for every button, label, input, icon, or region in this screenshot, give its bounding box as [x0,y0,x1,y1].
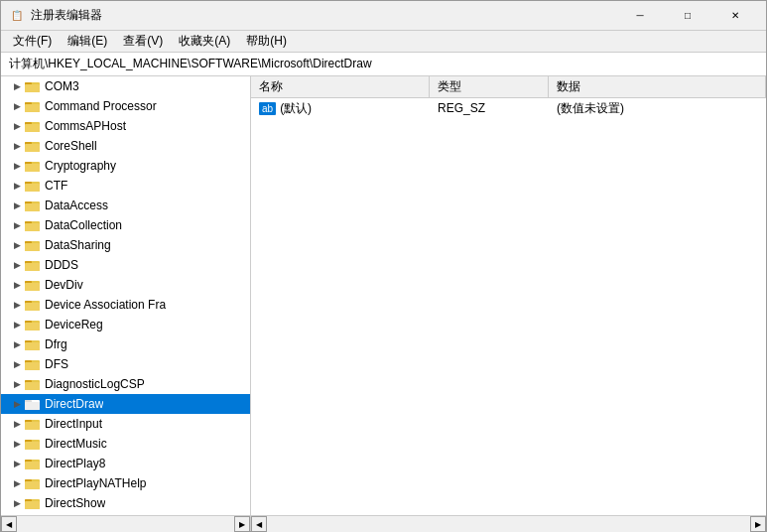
expand-arrow-icon: ▶ [9,416,25,432]
tree-item[interactable]: ▶ DirectPlay8 [1,454,250,473]
folder-icon [25,179,41,193]
tree-item[interactable]: ▶ CommsAPHost [1,116,250,136]
right-scrollbar: ◀ ▶ [251,515,766,531]
tree-item-label: COM3 [45,79,79,93]
svg-rect-53 [25,422,40,430]
maximize-button[interactable]: □ [665,1,710,31]
svg-rect-11 [25,144,40,152]
name-badge: ab [259,102,276,115]
svg-rect-32 [25,283,40,291]
scroll-track-right[interactable] [267,516,750,532]
col-header-type[interactable]: 类型 [430,76,549,97]
expand-arrow-icon: ▶ [9,257,25,273]
svg-rect-26 [25,243,40,251]
svg-rect-65 [25,501,40,509]
tree-item-label: DFS [45,357,68,371]
tree-item[interactable]: ▶ DiagnosticLogCSP [1,374,250,394]
tree-item[interactable]: ▶ Dfrg [1,334,250,354]
tree-item[interactable]: ▶ DirectPlayNATHelp [1,473,250,493]
close-button[interactable]: ✕ [712,1,758,31]
folder-icon [25,437,41,451]
cell-type: REG_SZ [430,98,549,118]
col-header-data[interactable]: 数据 [549,76,766,97]
scroll-left-btn2[interactable]: ◀ [251,516,267,532]
tree-item[interactable]: ▶ DirectShow [1,493,250,513]
folder-icon [25,139,41,153]
window-title: 注册表编辑器 [31,7,102,24]
address-text: 计算机\HKEY_LOCAL_MACHINE\SOFTWARE\Microsof… [9,56,372,72]
menu-item[interactable]: 文件(F) [5,31,60,52]
svg-rect-62 [25,481,40,489]
window-controls: ─ □ ✕ [617,1,758,31]
tree-item-label: DirectPlayNATHelp [45,476,146,490]
folder-icon [25,397,41,411]
cell-name: ab(默认) [251,98,430,118]
tree-item[interactable]: ▶ DataCollection [1,215,250,235]
tree-item-label: Cryptography [45,159,116,173]
folder-icon [25,318,41,332]
menu-item[interactable]: 查看(V) [115,31,171,52]
minimize-button[interactable]: ─ [617,1,663,31]
tree-item[interactable]: ▶ Cryptography [1,156,250,176]
svg-rect-2 [25,84,40,92]
folder-icon [25,476,41,490]
expand-arrow-icon: ▶ [9,198,25,213]
scroll-right-btn[interactable]: ▶ [234,516,250,532]
expand-arrow-icon: ▶ [9,178,25,194]
expand-arrow-icon: ▶ [9,356,25,372]
col-header-name[interactable]: 名称 [251,76,430,97]
table-row[interactable]: ab(默认)REG_SZ(数值未设置) [251,98,766,118]
tree-item[interactable]: ▶ DirectInput [1,414,250,434]
tree-item-label: DataAccess [45,199,108,212]
tree-item[interactable]: ▶ DeviceReg [1,315,250,334]
tree-item[interactable]: ▶ DFS [1,354,250,374]
expand-arrow-icon: ▶ [9,217,25,233]
tree-item-label: DirectInput [45,417,102,431]
tree-item[interactable]: ▶ DataSharing [1,235,250,255]
tree-item[interactable]: ▶ CTF [1,176,250,196]
svg-rect-47 [25,382,40,390]
tree-item-label: DirectShow [45,496,105,510]
expand-arrow-icon: ▶ [9,78,25,94]
tree-item-label: DataCollection [45,218,122,232]
folder-icon [25,238,41,252]
tree-item[interactable]: ▶ CoreShell [1,136,250,156]
svg-rect-59 [25,462,40,469]
tree-item[interactable]: ▶ Device Association Fra [1,295,250,315]
menu-item[interactable]: 编辑(E) [60,31,115,52]
svg-rect-44 [25,362,40,370]
tree-item[interactable]: ▶ DevDiv [1,275,250,295]
scroll-track-left[interactable] [17,516,234,532]
tree-item[interactable]: ▶ DirectMusic [1,434,250,454]
table-header: 名称 类型 数据 [251,76,766,98]
scroll-right-btn2[interactable]: ▶ [750,516,766,532]
folder-icon [25,119,41,133]
tree-item[interactable]: ▶ COM3 [1,76,250,96]
tree-item[interactable]: ▶ Command Processor [1,96,250,116]
tree-item[interactable]: ▶ DDDS [1,255,250,275]
expand-arrow-icon: ▶ [9,396,25,412]
bottom-bar: ◀ ▶ ◀ ▶ [1,515,766,531]
folder-icon [25,457,41,470]
tree-item-label: DDDS [45,258,78,272]
cell-name-text: (默认) [280,100,312,117]
expand-arrow-icon: ▶ [9,118,25,134]
svg-rect-38 [25,323,40,331]
tree-item[interactable]: ▶ DirectDraw [1,394,250,414]
main-window: 📋 注册表编辑器 ─ □ ✕ 文件(F)编辑(E)查看(V)收藏夹(A)帮助(H… [0,0,767,532]
scroll-left-btn[interactable]: ◀ [1,516,17,532]
tree-item[interactable]: ▶ DataAccess [1,196,250,215]
folder-icon [25,99,41,113]
folder-icon [25,417,41,431]
title-bar: 📋 注册表编辑器 ─ □ ✕ [1,1,766,31]
expand-arrow-icon: ▶ [9,158,25,174]
menu-item[interactable]: 收藏夹(A) [171,31,238,52]
expand-arrow-icon: ▶ [9,317,25,332]
menu-item[interactable]: 帮助(H) [238,31,295,52]
tree-view[interactable]: ▶ COM3▶ Command Processor▶ CommsAPHost▶ … [1,76,250,515]
expand-arrow-icon: ▶ [9,297,25,313]
cell-data: (数值未设置) [549,98,766,118]
table-body[interactable]: ab(默认)REG_SZ(数值未设置) [251,98,766,515]
menu-bar: 文件(F)编辑(E)查看(V)收藏夹(A)帮助(H) [1,31,766,53]
tree-item-label: DevDiv [45,278,83,292]
